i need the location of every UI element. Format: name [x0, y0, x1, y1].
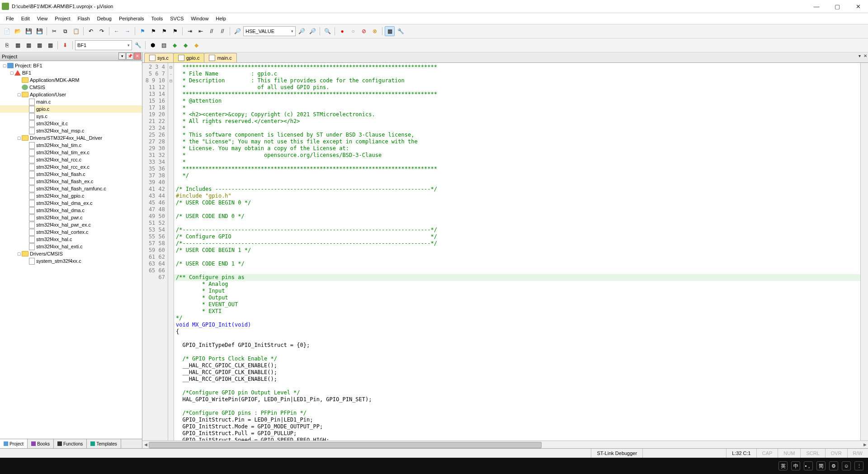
comment-button[interactable]: //	[207, 26, 217, 36]
kill-bp-icon[interactable]: ⊗	[370, 26, 380, 36]
new-button[interactable]: 📄	[2, 26, 12, 36]
editor-tab[interactable]: gpio.c	[173, 53, 204, 62]
tray-kbd-icon[interactable]: 简	[816, 461, 826, 470]
find-in-files-button[interactable]: 🔎	[297, 26, 307, 36]
build-button[interactable]: ▦	[13, 40, 23, 50]
circle-icon[interactable]: ○	[348, 26, 358, 36]
tree-item[interactable]: stm32f4xx_hal_rcc.c	[0, 156, 142, 163]
sidebar-tab-books[interactable]: Books	[28, 439, 54, 448]
disable-bp-icon[interactable]: ⊘	[359, 26, 369, 36]
tree-item[interactable]: stm32f4xx_hal_pwr_ex.c	[0, 221, 142, 228]
menu-file[interactable]: File	[3, 15, 17, 22]
pack-installer-button[interactable]: ◆	[191, 40, 201, 50]
menu-peripherals[interactable]: Peripherals	[116, 15, 147, 22]
target-combo[interactable]: BF1	[75, 40, 132, 50]
panel-dropdown-icon[interactable]: ▾	[118, 52, 126, 60]
indent-button[interactable]: ⇥	[185, 26, 195, 36]
manage-button[interactable]: ⬢	[148, 40, 158, 50]
tray-more-icon[interactable]: ⋮	[854, 461, 863, 470]
tree-item[interactable]: stm32f4xx_hal_pwr.c	[0, 214, 142, 221]
tab-dropdown-icon[interactable]: ▾	[859, 53, 861, 58]
tree-item[interactable]: stm32f4xx_hal_msp.c	[0, 127, 142, 134]
window-layout-button[interactable]: ▦	[385, 26, 395, 36]
download-button[interactable]: ⬇	[60, 40, 70, 50]
tree-item[interactable]: system_stm32f4xx.c	[0, 257, 142, 265]
bookmark-next-button[interactable]: ⚑	[159, 26, 169, 36]
tree-item[interactable]: stm32f4xx_hal_exti.c	[0, 243, 142, 250]
stop-build-button[interactable]: ▦	[45, 40, 55, 50]
target-options-button[interactable]: 🔧	[133, 40, 143, 50]
tree-item[interactable]: stm32f4xx_hal_cortex.c	[0, 228, 142, 236]
rebuild-button[interactable]: ▦	[24, 40, 33, 50]
sidebar-tab-project[interactable]: Project	[0, 439, 28, 448]
bookmark-clear-button[interactable]: ⚑	[170, 26, 180, 36]
tree-item[interactable]: ▢Application/User	[0, 91, 142, 98]
tree-item[interactable]: stm32f4xx_hal_dma.c	[0, 207, 142, 214]
menu-edit[interactable]: Edit	[18, 15, 33, 22]
tree-item[interactable]: Application/MDK-ARM	[0, 76, 142, 84]
tree-item[interactable]: stm32f4xx_it.c	[0, 120, 142, 127]
open-button[interactable]: 📂	[13, 26, 23, 36]
tray-punct-icon[interactable]: •，	[804, 461, 813, 470]
copy-button[interactable]: ⧉	[60, 26, 70, 36]
menu-help[interactable]: Help	[212, 15, 229, 22]
menu-view[interactable]: View	[34, 15, 51, 22]
code-content[interactable]: ****************************************…	[174, 63, 868, 441]
menu-svcs[interactable]: SVCS	[167, 15, 187, 22]
menu-flash[interactable]: Flash	[75, 15, 93, 22]
find-combo[interactable]: HSE_VALUE	[243, 26, 296, 36]
batch-build-button[interactable]: ▦	[34, 40, 44, 50]
tree-item[interactable]: ▢BF1	[0, 69, 142, 76]
tab-close-icon[interactable]: ✕	[863, 53, 867, 58]
menu-debug[interactable]: Debug	[94, 15, 115, 22]
menu-tools[interactable]: Tools	[148, 15, 166, 22]
incremental-find-button[interactable]: 🔎	[307, 26, 317, 36]
nav-fwd-button[interactable]: →	[123, 26, 132, 36]
tray-smile-icon[interactable]: ☺	[842, 461, 851, 470]
menu-project[interactable]: Project	[52, 15, 73, 22]
nav-back-button[interactable]: ←	[112, 26, 122, 36]
minimize-button[interactable]: —	[810, 2, 823, 11]
tree-item[interactable]: stm32f4xx_hal.c	[0, 236, 142, 243]
save-button[interactable]: 💾	[24, 26, 33, 36]
manage-rte-button[interactable]: ◆	[170, 40, 179, 50]
cut-button[interactable]: ✂	[49, 26, 59, 36]
tray-ime2-icon[interactable]: 中	[791, 461, 800, 470]
scroll-left-icon[interactable]: ◀	[142, 441, 149, 448]
code-editor[interactable]: 2 3 4 5 6 7 8 9 10 11 12 13 14 15 16 17 …	[142, 63, 868, 441]
tree-item[interactable]: stm32f4xx_hal_tim_ex.c	[0, 149, 142, 156]
horizontal-scrollbar[interactable]: ◀ ▶	[142, 441, 868, 448]
redo-button[interactable]: ↷	[97, 26, 107, 36]
tree-item[interactable]: ▢Project: BF1	[0, 62, 142, 69]
maximize-button[interactable]: ▢	[831, 2, 844, 11]
close-button[interactable]: ✕	[852, 2, 864, 11]
red-dot-icon[interactable]: ●	[337, 26, 347, 36]
tree-item[interactable]: stm32f4xx_hal_gpio.c	[0, 192, 142, 199]
paste-button[interactable]: 📋	[71, 26, 81, 36]
bookmark-button[interactable]: ⚑	[137, 26, 147, 36]
undo-button[interactable]: ↶	[86, 26, 96, 36]
tree-item[interactable]: sys.c	[0, 113, 142, 120]
sidebar-tab-functions[interactable]: Functions	[54, 439, 87, 448]
panel-pin-icon[interactable]: 📌	[126, 52, 133, 60]
debug-button[interactable]: 🔍	[322, 26, 332, 36]
uncomment-button[interactable]: //	[217, 26, 227, 36]
translate-button[interactable]: ⎘	[2, 40, 12, 50]
tree-item[interactable]: stm32f4xx_hal_rcc_ex.c	[0, 163, 142, 171]
outdent-button[interactable]: ⇤	[196, 26, 206, 36]
tree-item[interactable]: stm32f4xx_hal_flash_ramfunc.c	[0, 185, 142, 192]
tray-ime-icon[interactable]: 英	[778, 461, 788, 470]
save-all-button[interactable]: 💾	[34, 26, 44, 36]
select-pack-button[interactable]: ◆	[180, 40, 190, 50]
tree-item[interactable]: stm32f4xx_hal_flash_ex.c	[0, 178, 142, 185]
tree-item[interactable]: gpio.c	[0, 105, 142, 113]
menu-window[interactable]: Window	[188, 15, 212, 22]
file-ext-button[interactable]: ▤	[159, 40, 169, 50]
project-tree[interactable]: ▢Project: BF1▢BF1Application/MDK-ARMCMSI…	[0, 61, 142, 439]
editor-tab[interactable]: main.c	[204, 53, 236, 62]
sidebar-tab-templates[interactable]: Templates	[87, 439, 121, 448]
scroll-right-icon[interactable]: ▶	[862, 441, 868, 448]
vertical-scrollbar[interactable]	[860, 63, 868, 441]
panel-close-icon[interactable]: ✕	[134, 52, 141, 60]
tree-item[interactable]: ▢Drivers/STM32F4xx_HAL_Driver	[0, 134, 142, 142]
